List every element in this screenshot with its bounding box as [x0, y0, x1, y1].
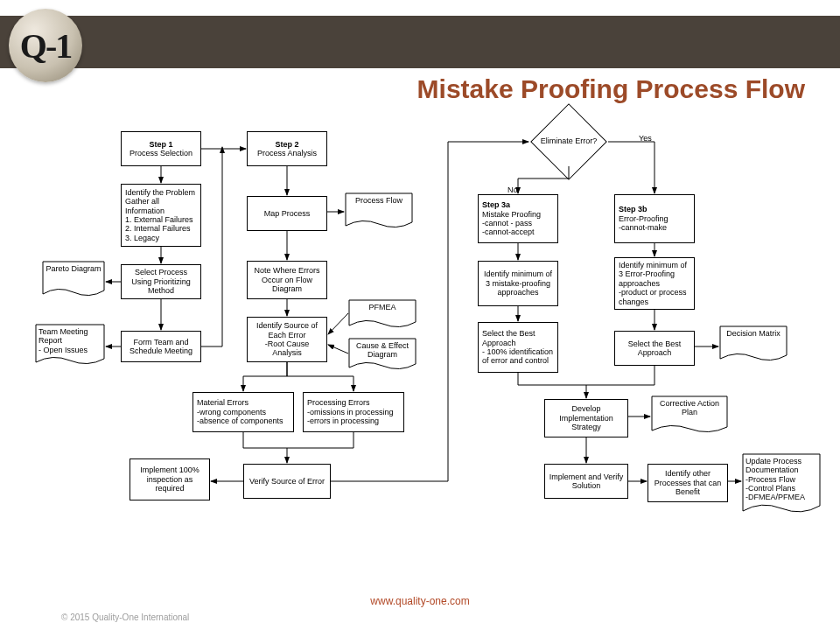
doc-update-docs: Update Process Documentation -Process Fl…: [742, 453, 821, 516]
box-select-best-3a: Select the Best Approach - 100% identifi…: [478, 322, 558, 373]
page: Q-1 Mistake Proofing Process Flow Elimin…: [0, 0, 840, 630]
box-develop-strategy: Develop Implementation Strategy: [544, 399, 628, 438]
doc-pfmea: PFMEA: [348, 299, 416, 331]
box-select-process: Select Process Using Prioritizing Method: [121, 264, 201, 299]
box-processing-errors: Processing Errors -omissions in processi…: [303, 392, 404, 432]
svg-line-11: [328, 345, 348, 354]
box-verify-source: Verify Source of Error: [243, 464, 331, 499]
box-identify-3a: Identify minimum of 3 mistake-proofing a…: [478, 261, 558, 306]
logo: Q-1: [9, 9, 82, 82]
box-implement-verify: Implement and Verify Solution: [544, 464, 628, 499]
footer-url: www.quality-one.com: [0, 595, 840, 607]
box-note-errors: Note Where Errors Occur on Flow Diagram: [247, 261, 327, 299]
logo-text: Q-1: [20, 25, 71, 66]
box-identify-problem: Identify the Problem Gather all Informat…: [121, 184, 201, 247]
doc-process-flow: Process Flow: [345, 192, 413, 231]
doc-corrective-action: Corrective Action Plan: [651, 396, 728, 436]
doc-cause-effect: Cause & Effect Diagram: [348, 338, 416, 373]
box-step2: Step 2 Process Analysis: [247, 131, 327, 166]
label-yes: Yes: [639, 134, 652, 143]
doc-team-report: Team Meeting Report- Open Issues: [35, 324, 105, 368]
doc-decision-matrix: Decision Matrix: [719, 326, 788, 364]
page-title: Mistake Proofing Process Flow: [417, 74, 805, 104]
box-identify-source: Identify Source of Each Error -Root Caus…: [247, 317, 327, 362]
label-no: No: [508, 186, 518, 194]
box-material-errors: Material Errors -wrong components -absen…: [192, 392, 294, 432]
box-map-process: Map Process: [247, 196, 327, 231]
box-identify-3b: Identify minimum of 3 Error-Proofing app…: [614, 257, 695, 310]
box-form-team: Form Team and Schedule Meeting: [121, 331, 201, 362]
footer-copyright: © 2015 Quality-One International: [61, 612, 189, 622]
decision-eliminate-error: Eliminate Error?: [529, 117, 608, 166]
box-step3a: Step 3a Mistake Proofing -cannot - pass …: [478, 194, 558, 243]
doc-pareto: Pareto Diagram: [42, 261, 105, 299]
box-implement-inspection: Implement 100% inspection as required: [130, 458, 210, 500]
box-select-best-3b: Select the Best Approach: [614, 331, 695, 366]
box-identify-other: Identify other Processes that can Benefi…: [648, 464, 728, 502]
svg-line-10: [328, 313, 348, 334]
box-step1: Step 1 Process Selection: [121, 131, 201, 166]
flowchart: Eliminate Error? No Yes Step 1 Process S…: [35, 131, 822, 586]
box-step3b: Step 3b Error-Proofing -cannot-make: [614, 194, 695, 243]
header-bar: [0, 16, 840, 68]
